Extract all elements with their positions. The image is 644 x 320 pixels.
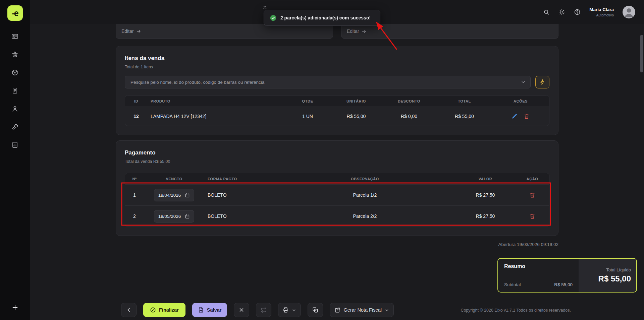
avatar[interactable] xyxy=(623,6,635,18)
repeat-icon xyxy=(261,307,267,313)
product-select xyxy=(125,76,531,88)
customer-icon[interactable] xyxy=(11,105,18,112)
save-icon xyxy=(198,307,204,313)
subtotal-row: Subtotal R$ 55,00 xyxy=(504,282,573,287)
product-search-input[interactable] xyxy=(125,76,531,88)
user-menu[interactable]: Maria Clara Automotivo xyxy=(589,7,614,17)
installment-actions xyxy=(516,213,549,219)
opening-timestamp: Abertura 19/03/2026 09:19:02 xyxy=(116,242,558,247)
col-header: VALOR xyxy=(455,177,516,181)
installment-number: 2 xyxy=(125,213,144,219)
payment-method: BOLETO xyxy=(204,192,275,198)
col-header: OBSERVAÇÃO xyxy=(275,177,455,181)
package-icon[interactable] xyxy=(11,69,18,76)
chevron-left-icon xyxy=(126,307,132,313)
col-header: AÇÕES xyxy=(492,99,549,103)
edit-cards-row: Editar Editar xyxy=(116,24,558,39)
toast-close-icon[interactable] xyxy=(263,5,267,10)
summary-card: Resumo Subtotal R$ 55,00 Total Líquido R… xyxy=(497,258,637,293)
report-icon[interactable] xyxy=(11,141,18,148)
user-name: Maria Clara xyxy=(589,7,614,12)
cancel-button[interactable] xyxy=(234,303,249,317)
close-icon xyxy=(238,307,245,313)
lightning-icon xyxy=(539,79,545,85)
search-icon[interactable] xyxy=(543,9,550,15)
arrow-right-icon xyxy=(136,29,141,34)
calendar-icon xyxy=(185,214,190,219)
items-card-title: Itens da venda xyxy=(125,55,549,62)
copy-icon xyxy=(312,307,318,313)
brightness-icon[interactable] xyxy=(558,9,565,15)
subtotal-label: Subtotal xyxy=(504,282,521,287)
item-qty: 1 UN xyxy=(284,114,331,119)
trash-icon[interactable] xyxy=(529,192,535,198)
installment-value: R$ 27,50 xyxy=(455,192,516,198)
generate-invoice-label: Gerar Nota Fiscal xyxy=(343,307,382,313)
edit-client-link[interactable]: Editar xyxy=(116,24,333,39)
finalize-label: Finalizar xyxy=(159,307,179,313)
total-value: R$ 55,00 xyxy=(598,274,631,283)
chevron-down-icon xyxy=(385,308,389,312)
basket-icon[interactable] xyxy=(11,51,18,58)
summary-title: Resumo xyxy=(504,263,573,269)
due-date-input[interactable]: 18/04/2026 xyxy=(154,189,195,201)
back-button[interactable] xyxy=(121,303,137,317)
edit-link-label: Editar xyxy=(121,28,134,34)
due-date-value: 18/05/2026 xyxy=(158,214,181,219)
subtotal-value: R$ 55,00 xyxy=(554,282,573,287)
payment-table: Nº VENCTO FORMA PAGTO OBSERVAÇÃO VALOR A… xyxy=(125,173,549,227)
due-date-value: 18/04/2026 xyxy=(158,193,181,198)
edit-icon[interactable] xyxy=(512,113,518,119)
payment-table-header: Nº VENCTO FORMA PAGTO OBSERVAÇÃO VALOR A… xyxy=(125,173,549,184)
col-header: AÇÃO xyxy=(516,177,549,181)
edit-vehicle-link[interactable]: Editar xyxy=(341,24,558,39)
calendar-icon xyxy=(185,193,190,198)
col-header: QTDE xyxy=(284,99,331,103)
finalize-button[interactable]: Finalizar xyxy=(143,303,185,317)
item-total: R$ 55,00 xyxy=(437,114,492,119)
external-link-icon xyxy=(334,307,340,313)
payment-method: BOLETO xyxy=(204,213,275,219)
add-icon[interactable] xyxy=(11,304,19,311)
print-button[interactable] xyxy=(278,303,301,317)
payment-card: Pagamento Total da venda R$ 55,00 Nº VEN… xyxy=(116,140,558,236)
installment-value: R$ 27,50 xyxy=(455,213,516,219)
table-row: 2 18/05/2026 BOLETO Parcela 2/2 xyxy=(125,205,549,227)
quick-add-button[interactable] xyxy=(535,76,549,88)
col-header: UNITÁRIO xyxy=(331,99,381,103)
generate-invoice-button[interactable]: Gerar Nota Fiscal xyxy=(330,303,394,317)
scrollbar-thumb[interactable] xyxy=(640,35,643,72)
tools-icon[interactable] xyxy=(11,123,18,130)
item-id: 12 xyxy=(125,114,147,119)
help-icon[interactable] xyxy=(574,9,581,15)
check-circle-icon xyxy=(150,307,156,313)
item-unit-price: R$ 55,00 xyxy=(331,114,381,119)
id-card-icon[interactable] xyxy=(11,33,18,40)
sidebar: -e xyxy=(0,0,30,320)
summary-left: Resumo Subtotal R$ 55,00 xyxy=(498,259,579,292)
installment-note: Parcela 1/2 xyxy=(275,192,455,198)
items-table: ID PRODUTO QTDE UNITÁRIO DESCONTO TOTAL … xyxy=(125,95,549,126)
table-row: 12 LAMPADA H4 12V [12342] 1 UN R$ 55,00 … xyxy=(125,107,549,126)
app-logo[interactable]: -e xyxy=(7,5,23,21)
col-header: FORMA PAGTO xyxy=(204,177,275,181)
save-button[interactable]: Salvar xyxy=(192,303,227,317)
item-discount: R$ 0,00 xyxy=(381,114,437,119)
payment-card-title: Pagamento xyxy=(125,149,549,156)
trash-icon[interactable] xyxy=(529,213,535,219)
due-date-input[interactable]: 18/05/2026 xyxy=(154,210,195,222)
duplicate-button[interactable] xyxy=(308,303,323,317)
col-header: PRODUTO xyxy=(147,99,284,103)
col-header: ID xyxy=(125,99,147,103)
page-container: Editar Editar Itens da venda xyxy=(116,24,558,247)
order-list-icon[interactable] xyxy=(11,87,18,94)
chevron-down-icon xyxy=(292,308,296,312)
toast-message: 2 parcela(s) adicionada(s) com sucesso! xyxy=(280,15,371,20)
repeat-button[interactable] xyxy=(256,303,271,317)
item-actions xyxy=(492,113,549,119)
installment-actions xyxy=(516,192,549,198)
col-header: DESCONTO xyxy=(381,99,437,103)
trash-icon[interactable] xyxy=(524,113,530,119)
sale-items-card: Itens da venda Total de 1 itens xyxy=(116,46,558,135)
item-product: LAMPADA H4 12V [12342] xyxy=(147,114,284,119)
